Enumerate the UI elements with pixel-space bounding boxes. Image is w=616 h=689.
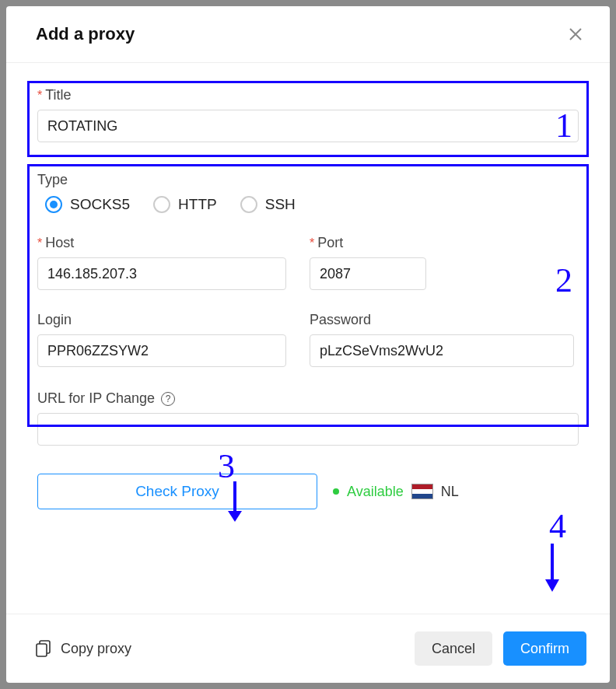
- add-proxy-modal: Add a proxy 1 * Title 2 Type: [6, 6, 610, 683]
- password-label: Password: [310, 312, 574, 328]
- type-label: Type: [37, 172, 579, 188]
- status-dot-icon: [333, 488, 339, 495]
- check-proxy-button[interactable]: Check Proxy: [37, 474, 317, 509]
- radio-unchecked-icon: [240, 196, 257, 213]
- required-star-icon: *: [37, 89, 42, 102]
- title-input[interactable]: [37, 110, 579, 142]
- cancel-button[interactable]: Cancel: [415, 631, 492, 666]
- title-label: * Title: [37, 87, 579, 103]
- flag-nl-icon: [411, 484, 433, 499]
- host-input[interactable]: [37, 257, 286, 290]
- type-radio-socks5[interactable]: SOCKS5: [45, 196, 130, 213]
- svg-rect-5: [37, 644, 47, 656]
- modal-title: Add a proxy: [36, 24, 135, 44]
- type-radio-ssh[interactable]: SSH: [240, 196, 296, 213]
- modal-header: Add a proxy: [6, 6, 610, 63]
- login-label: Login: [37, 312, 286, 328]
- password-input[interactable]: [310, 334, 574, 367]
- country-code: NL: [441, 484, 459, 500]
- annotation-arrow-4: [543, 542, 562, 593]
- confirm-button[interactable]: Confirm: [503, 631, 586, 666]
- proxy-status: Available NL: [333, 484, 459, 500]
- close-icon: [568, 26, 583, 42]
- modal-body: 1 * Title 2 Type SOCKS5: [6, 63, 610, 614]
- url-label: URL for IP Change ?: [37, 390, 579, 407]
- close-button[interactable]: [565, 23, 586, 45]
- radio-unchecked-icon: [153, 196, 170, 213]
- svg-marker-1: [228, 511, 242, 522]
- copy-icon: [36, 640, 51, 657]
- modal-footer: Copy proxy Cancel Confirm: [6, 614, 610, 683]
- type-radio-group: SOCKS5 HTTP SSH: [37, 196, 579, 213]
- radio-checked-icon: [45, 196, 62, 213]
- host-label: * Host: [37, 235, 286, 251]
- url-input[interactable]: [37, 413, 579, 446]
- status-text: Available: [347, 484, 404, 500]
- login-input[interactable]: [37, 334, 286, 367]
- svg-marker-3: [545, 579, 559, 592]
- annotation-number-4: 4: [549, 506, 566, 546]
- copy-proxy-button[interactable]: Copy proxy: [36, 640, 131, 657]
- type-radio-http[interactable]: HTTP: [153, 196, 217, 213]
- help-icon[interactable]: ?: [161, 392, 175, 406]
- port-input[interactable]: [310, 257, 426, 290]
- required-star-icon: *: [37, 237, 42, 250]
- required-star-icon: *: [310, 237, 314, 250]
- port-label: * Port: [310, 235, 426, 251]
